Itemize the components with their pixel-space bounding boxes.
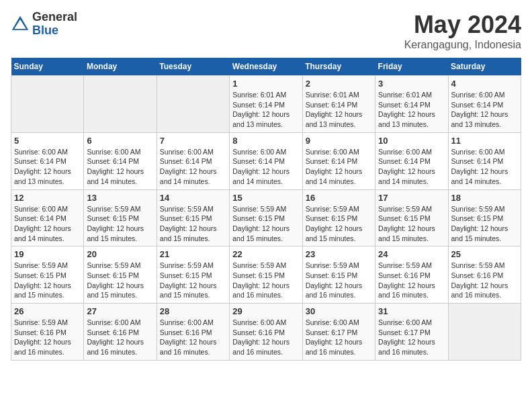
day-info: Sunrise: 5:59 AM Sunset: 6:15 PM Dayligh…: [14, 261, 81, 300]
header-row: SundayMondayTuesdayWednesdayThursdayFrid…: [11, 58, 521, 76]
calendar-cell: 2Sunrise: 6:01 AM Sunset: 6:14 PM Daylig…: [302, 76, 375, 133]
calendar-cell: 18Sunrise: 5:59 AM Sunset: 6:15 PM Dayli…: [448, 189, 521, 246]
day-info: Sunrise: 6:00 AM Sunset: 6:14 PM Dayligh…: [232, 147, 299, 187]
day-header-saturday: Saturday: [448, 58, 521, 76]
page-subtitle: Kerangagung, Indonesia: [404, 39, 521, 51]
day-header-monday: Monday: [84, 58, 157, 76]
calendar-cell: 23Sunrise: 5:59 AM Sunset: 6:15 PM Dayli…: [302, 246, 375, 304]
calendar-cell: 1Sunrise: 6:01 AM Sunset: 6:14 PM Daylig…: [230, 76, 302, 133]
day-number: 3: [378, 79, 445, 89]
calendar-cell: 12Sunrise: 6:00 AM Sunset: 6:14 PM Dayli…: [11, 189, 84, 246]
day-number: 14: [160, 193, 226, 203]
calendar-cell: 11Sunrise: 6:00 AM Sunset: 6:14 PM Dayli…: [448, 132, 521, 189]
day-number: 28: [160, 306, 226, 316]
week-row-1: 1Sunrise: 6:01 AM Sunset: 6:14 PM Daylig…: [11, 76, 521, 133]
calendar-table: SundayMondayTuesdayWednesdayThursdayFrid…: [11, 58, 521, 361]
day-info: Sunrise: 5:59 AM Sunset: 6:15 PM Dayligh…: [306, 204, 372, 244]
day-info: Sunrise: 6:00 AM Sunset: 6:14 PM Dayligh…: [451, 90, 518, 130]
day-number: 13: [87, 193, 153, 203]
day-number: 23: [306, 249, 372, 259]
day-info: Sunrise: 5:59 AM Sunset: 6:16 PM Dayligh…: [14, 318, 81, 357]
day-number: 5: [14, 136, 81, 146]
calendar-cell: 7Sunrise: 6:00 AM Sunset: 6:14 PM Daylig…: [157, 132, 229, 189]
day-info: Sunrise: 6:00 AM Sunset: 6:16 PM Dayligh…: [160, 318, 226, 357]
day-number: 31: [378, 306, 445, 316]
day-info: Sunrise: 6:00 AM Sunset: 6:14 PM Dayligh…: [14, 147, 81, 187]
day-number: 29: [232, 306, 299, 316]
calendar-cell: 9Sunrise: 6:00 AM Sunset: 6:14 PM Daylig…: [302, 132, 375, 189]
day-info: Sunrise: 6:00 AM Sunset: 6:14 PM Dayligh…: [306, 147, 372, 187]
calendar-cell: 26Sunrise: 5:59 AM Sunset: 6:16 PM Dayli…: [11, 304, 84, 361]
day-number: 20: [87, 249, 153, 259]
day-info: Sunrise: 5:59 AM Sunset: 6:15 PM Dayligh…: [160, 261, 226, 300]
day-info: Sunrise: 6:00 AM Sunset: 6:17 PM Dayligh…: [306, 318, 372, 357]
day-info: Sunrise: 6:00 AM Sunset: 6:14 PM Dayligh…: [160, 147, 226, 187]
calendar-body: 1Sunrise: 6:01 AM Sunset: 6:14 PM Daylig…: [11, 76, 521, 361]
day-info: Sunrise: 6:01 AM Sunset: 6:14 PM Dayligh…: [378, 90, 445, 130]
calendar-cell: 8Sunrise: 6:00 AM Sunset: 6:14 PM Daylig…: [230, 132, 302, 189]
day-number: 15: [232, 193, 299, 203]
calendar-cell: 14Sunrise: 5:59 AM Sunset: 6:15 PM Dayli…: [157, 189, 229, 246]
calendar-cell: 22Sunrise: 5:59 AM Sunset: 6:15 PM Dayli…: [230, 246, 302, 304]
week-row-4: 19Sunrise: 5:59 AM Sunset: 6:15 PM Dayli…: [11, 246, 521, 304]
calendar-cell: [448, 304, 521, 361]
logo-text: General Blue: [32, 11, 77, 38]
day-number: 17: [378, 193, 445, 203]
week-row-5: 26Sunrise: 5:59 AM Sunset: 6:16 PM Dayli…: [11, 304, 521, 361]
day-number: 30: [306, 306, 372, 316]
day-number: 8: [232, 136, 299, 146]
calendar-cell: 28Sunrise: 6:00 AM Sunset: 6:16 PM Dayli…: [157, 304, 229, 361]
logo: General Blue: [11, 11, 77, 38]
day-header-friday: Friday: [375, 58, 448, 76]
logo-general: General: [32, 11, 77, 24]
day-info: Sunrise: 6:00 AM Sunset: 6:14 PM Dayligh…: [14, 204, 81, 244]
calendar-cell: 21Sunrise: 5:59 AM Sunset: 6:15 PM Dayli…: [157, 246, 229, 304]
day-number: 6: [87, 136, 153, 146]
calendar-cell: 6Sunrise: 6:00 AM Sunset: 6:14 PM Daylig…: [84, 132, 157, 189]
day-info: Sunrise: 5:59 AM Sunset: 6:15 PM Dayligh…: [378, 204, 445, 244]
calendar-cell: [157, 76, 229, 133]
day-info: Sunrise: 6:00 AM Sunset: 6:17 PM Dayligh…: [378, 318, 445, 357]
day-number: 11: [451, 136, 518, 146]
day-header-sunday: Sunday: [11, 58, 84, 76]
logo-blue: Blue: [32, 24, 77, 38]
calendar-cell: 15Sunrise: 5:59 AM Sunset: 6:15 PM Dayli…: [230, 189, 302, 246]
logo-icon: [11, 15, 30, 34]
calendar-cell: 10Sunrise: 6:00 AM Sunset: 6:14 PM Dayli…: [375, 132, 448, 189]
calendar-cell: 29Sunrise: 6:00 AM Sunset: 6:16 PM Dayli…: [230, 304, 302, 361]
day-number: 25: [451, 249, 518, 259]
day-info: Sunrise: 6:01 AM Sunset: 6:14 PM Dayligh…: [306, 90, 372, 130]
page-header: General Blue May 2024 Kerangagung, Indon…: [11, 11, 521, 51]
title-section: May 2024 Kerangagung, Indonesia: [404, 11, 521, 51]
day-info: Sunrise: 5:59 AM Sunset: 6:15 PM Dayligh…: [232, 204, 299, 244]
week-row-3: 12Sunrise: 6:00 AM Sunset: 6:14 PM Dayli…: [11, 189, 521, 246]
day-info: Sunrise: 5:59 AM Sunset: 6:15 PM Dayligh…: [87, 204, 153, 244]
day-number: 10: [378, 136, 445, 146]
day-number: 2: [306, 79, 372, 89]
day-info: Sunrise: 6:00 AM Sunset: 6:14 PM Dayligh…: [87, 147, 153, 187]
day-info: Sunrise: 5:59 AM Sunset: 6:15 PM Dayligh…: [232, 261, 299, 300]
day-info: Sunrise: 6:00 AM Sunset: 6:14 PM Dayligh…: [451, 147, 518, 187]
day-info: Sunrise: 6:00 AM Sunset: 6:14 PM Dayligh…: [378, 147, 445, 187]
day-info: Sunrise: 5:59 AM Sunset: 6:15 PM Dayligh…: [306, 261, 372, 300]
day-number: 24: [378, 249, 445, 259]
day-info: Sunrise: 5:59 AM Sunset: 6:15 PM Dayligh…: [160, 204, 226, 244]
day-info: Sunrise: 5:59 AM Sunset: 6:16 PM Dayligh…: [451, 261, 518, 300]
calendar-cell: 31Sunrise: 6:00 AM Sunset: 6:17 PM Dayli…: [375, 304, 448, 361]
calendar-cell: 13Sunrise: 5:59 AM Sunset: 6:15 PM Dayli…: [84, 189, 157, 246]
calendar-cell: 17Sunrise: 5:59 AM Sunset: 6:15 PM Dayli…: [375, 189, 448, 246]
day-number: 19: [14, 249, 81, 259]
day-number: 26: [14, 306, 81, 316]
day-info: Sunrise: 5:59 AM Sunset: 6:15 PM Dayligh…: [451, 204, 518, 244]
page-title: May 2024: [404, 11, 521, 39]
calendar-cell: 24Sunrise: 5:59 AM Sunset: 6:16 PM Dayli…: [375, 246, 448, 304]
calendar-cell: 25Sunrise: 5:59 AM Sunset: 6:16 PM Dayli…: [448, 246, 521, 304]
calendar-header: SundayMondayTuesdayWednesdayThursdayFrid…: [11, 58, 521, 76]
day-header-tuesday: Tuesday: [157, 58, 229, 76]
calendar-cell: [11, 76, 84, 133]
day-info: Sunrise: 6:00 AM Sunset: 6:16 PM Dayligh…: [232, 318, 299, 357]
day-number: 16: [306, 193, 372, 203]
calendar-cell: 30Sunrise: 6:00 AM Sunset: 6:17 PM Dayli…: [302, 304, 375, 361]
calendar-cell: 16Sunrise: 5:59 AM Sunset: 6:15 PM Dayli…: [302, 189, 375, 246]
day-number: 22: [232, 249, 299, 259]
